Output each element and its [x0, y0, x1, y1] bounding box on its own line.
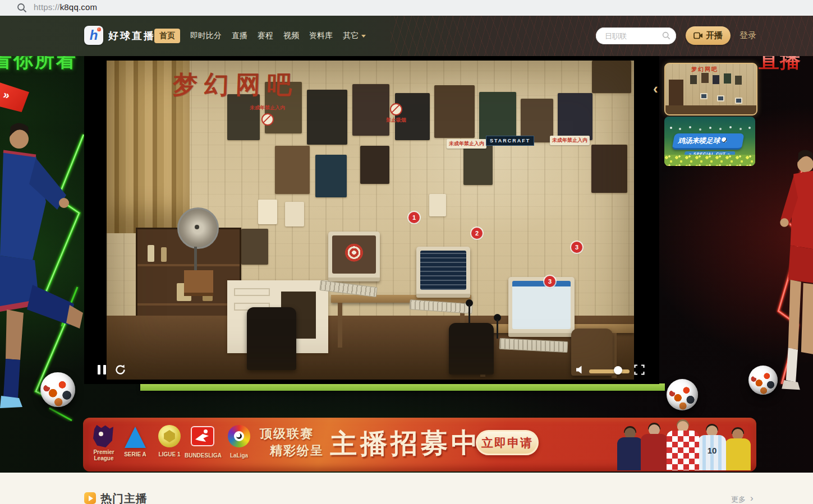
chair	[449, 323, 494, 374]
banner-tagline-line1: 顶级联赛	[260, 426, 314, 442]
flower-field	[664, 155, 755, 166]
soccer-ball	[748, 366, 778, 395]
anchor-recruitment-banner[interactable]: Premier League SERIE A LIGUE 1 BUNDESLIG…	[83, 418, 756, 471]
mini-poster	[724, 73, 731, 84]
marker-3b: 3	[544, 276, 555, 287]
crt-monitor	[328, 232, 380, 281]
video-player[interactable]: 梦幻网吧 未成年禁止入内 禁止吸烟 未成年禁止入内 STARCRAFT 未成年禁…	[84, 56, 659, 384]
nav-item-home[interactable]: 首页	[154, 29, 180, 43]
banner-tagline-line2: 精彩纷呈	[270, 442, 324, 459]
chair	[247, 307, 296, 370]
bundesliga-logo	[191, 426, 214, 446]
marker-3: 3	[571, 242, 582, 253]
volume-icon[interactable]	[576, 366, 586, 374]
photo	[285, 202, 304, 226]
chevron-down-icon	[361, 35, 366, 38]
stadium-lights	[670, 127, 672, 129]
header-search[interactable]	[596, 27, 676, 44]
volume-slider-knob[interactable]	[614, 366, 622, 374]
poster	[434, 85, 475, 138]
volume-slider[interactable]	[589, 369, 630, 373]
replay-button[interactable]	[114, 364, 126, 376]
mini-monitor	[700, 93, 708, 99]
no-minors-sign: 未成年禁止入内	[447, 139, 486, 149]
stream-thumbnail-active[interactable]: 梦幻网吧	[664, 63, 757, 115]
banner-player-ronaldo	[641, 424, 668, 470]
browser-address-bar[interactable]: https://k8qq.com	[0, 0, 813, 16]
chevron-right-icon[interactable]: ›	[750, 493, 754, 504]
site-logo-icon[interactable]: h	[84, 26, 103, 45]
mini-desk	[665, 105, 756, 114]
soccer-ball	[667, 379, 698, 410]
banner-player-modric	[667, 421, 699, 470]
league-label: BUNDESLIGA	[181, 452, 226, 459]
serie-a-logo	[125, 427, 146, 448]
apply-now-button[interactable]: 立即申请	[476, 430, 539, 455]
microphone	[466, 299, 473, 326]
more-link[interactable]: 更多	[731, 494, 746, 504]
soccer-ball-icon	[722, 137, 727, 142]
stream-thumbnail[interactable]: 鸡汤来喽足球 ~ SPECIAL CUT ~	[664, 117, 755, 166]
double-chevron-icon: »	[2, 88, 11, 102]
nav-item-live[interactable]: 直播	[232, 31, 247, 41]
marker-2: 2	[471, 228, 483, 239]
jersey-number: 10	[698, 446, 726, 455]
thumbnail-prev-chevron-icon[interactable]: ‹	[653, 80, 658, 98]
fan-pole	[194, 247, 197, 271]
nav-item-schedule[interactable]: 赛程	[258, 31, 273, 41]
nav-item-database[interactable]: 资料库	[309, 31, 333, 41]
no-minors-sign: 未成年禁止入内	[550, 136, 590, 145]
broadcast-label: 开播	[706, 30, 723, 41]
thumbnail-title: 梦幻网吧	[691, 66, 718, 73]
poster	[592, 61, 631, 93]
url-text[interactable]: https://k8qq.com	[34, 2, 97, 12]
video-play-icon	[84, 492, 96, 504]
pause-button[interactable]	[98, 365, 106, 374]
video-content: 梦幻网吧 未成年禁止入内 禁止吸烟 未成年禁止入内 STARCRAFT 未成年禁…	[107, 61, 634, 380]
photo	[258, 200, 277, 224]
laliga-logo	[228, 425, 250, 447]
no-smoking-icon	[390, 103, 402, 115]
no-minors-sign: 未成年禁止入内	[250, 104, 285, 126]
league-label: LaLiga	[226, 452, 252, 459]
electric-fan	[177, 207, 219, 249]
start-broadcast-button[interactable]: 开播	[686, 26, 731, 45]
site-logo-text[interactable]: 好球直播	[108, 29, 155, 43]
search-input[interactable]	[604, 28, 662, 44]
premier-league-logo	[93, 425, 113, 447]
nav-item-other[interactable]: 其它	[343, 31, 366, 41]
nav-item-videos[interactable]: 视频	[283, 31, 299, 41]
poster	[275, 146, 310, 194]
fullscreen-button[interactable]	[634, 364, 645, 375]
arrow-flag-badge: »	[0, 82, 29, 112]
banner-headline: 主播招募中	[330, 425, 482, 462]
poster	[360, 146, 389, 184]
poster	[241, 229, 268, 265]
poster	[463, 145, 493, 185]
league-label: LIGUE 1	[155, 451, 184, 457]
crt-monitor	[416, 247, 470, 298]
hot-anchors-section: 热门主播 更多 ›	[0, 473, 813, 504]
no-smoking-icon	[261, 113, 274, 126]
banner-player-neymar	[725, 429, 751, 470]
mini-cabinet	[669, 80, 683, 105]
no-smoking-sign: 禁止吸烟	[386, 103, 406, 124]
soccer-ball	[40, 372, 75, 407]
mini-poster	[690, 75, 697, 84]
banner-player-messi: 10	[698, 426, 726, 470]
poster	[591, 145, 627, 193]
login-link[interactable]: 登录	[739, 30, 756, 41]
right-footballer-art	[770, 133, 813, 397]
site-header: h 好球直播 首页 即时比分 直播 赛程 视频 资料库 其它 开播 登录	[0, 16, 813, 56]
stool	[184, 270, 213, 296]
poster	[315, 155, 347, 197]
photo	[429, 194, 446, 216]
starcraft-poster: STARCRAFT	[486, 136, 534, 146]
nav-item-live-scores[interactable]: 即时比分	[190, 31, 222, 41]
mini-poster	[735, 76, 742, 85]
league-label: SERIE A	[119, 451, 151, 457]
desk-leg	[338, 303, 342, 348]
search-icon[interactable]	[662, 31, 670, 40]
league-label: Premier League	[86, 449, 121, 461]
poster	[558, 93, 592, 140]
